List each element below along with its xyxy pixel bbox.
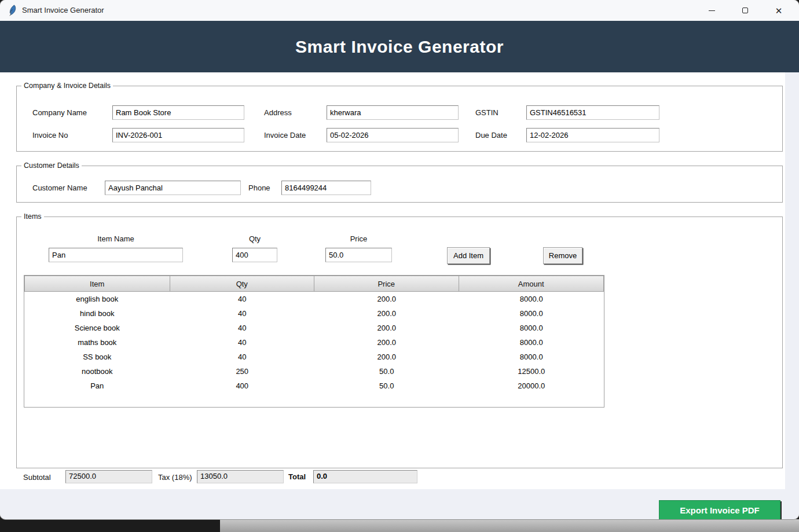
table-cell: nootbook (24, 364, 170, 379)
table-row[interactable]: SS book40200.08000.0 (24, 350, 604, 364)
table-cell: 40 (170, 350, 315, 364)
python-feather-icon (8, 5, 17, 16)
table-row[interactable]: Pan40050.020000.0 (24, 379, 604, 393)
table-row[interactable]: english book40200.08000.0 (24, 292, 604, 306)
items-table-body: english book40200.08000.0hindi book40200… (24, 292, 604, 393)
invoice-date-input[interactable] (327, 128, 459, 142)
desktop-taskbar-strip (220, 519, 799, 532)
table-cell: 200.0 (314, 292, 459, 306)
items-table-header: Item Qty Price Amount (24, 276, 604, 292)
tax-field: 13050.0 (197, 470, 284, 483)
add-item-button[interactable]: Add Item (447, 247, 490, 264)
address-label: Address (264, 108, 292, 117)
price-input[interactable] (325, 248, 392, 262)
subtotal-label: Subtotal (23, 473, 51, 482)
invoice-no-input[interactable] (112, 128, 244, 142)
window-controls: ✕ (695, 0, 796, 21)
tax-label: Tax (18%) (158, 473, 192, 482)
table-cell: 20000.0 (459, 379, 604, 393)
invoice-no-label: Invoice No (32, 131, 68, 140)
gstin-label: GSTIN (475, 108, 499, 117)
remove-button[interactable]: Remove (543, 247, 582, 264)
table-cell: SS book (24, 350, 170, 364)
maximize-icon (742, 8, 748, 13)
window-title: Smart Invoice Generator (22, 6, 104, 14)
table-cell: 250 (170, 364, 315, 379)
invoice-date-label: Invoice Date (264, 131, 306, 140)
titlebar: Smart Invoice Generator ✕ (0, 0, 799, 21)
close-icon: ✕ (775, 6, 783, 15)
export-invoice-pdf-button[interactable]: Export Invoice PDF (659, 500, 780, 519)
table-cell: Science book (24, 321, 170, 335)
table-cell: 8000.0 (459, 292, 604, 306)
table-cell: english book (24, 292, 170, 306)
company-name-input[interactable] (112, 105, 244, 120)
table-header-item[interactable]: Item (24, 276, 170, 292)
window-body: Company & Invoice Details Company Name A… (0, 72, 799, 519)
subtotal-field: 72500.0 (65, 470, 152, 483)
table-cell: 40 (170, 321, 315, 335)
minimize-icon (709, 10, 715, 11)
total-label: Total (288, 472, 306, 481)
gstin-input[interactable] (526, 105, 659, 120)
items-table: Item Qty Price Amount english book40200.… (24, 275, 604, 408)
table-cell: 40 (170, 306, 315, 321)
table-cell: 40 (170, 335, 315, 350)
company-name-label: Company Name (32, 108, 87, 117)
table-header-price[interactable]: Price (314, 276, 459, 292)
table-row[interactable]: nootbook25050.012500.0 (24, 364, 604, 379)
due-date-input[interactable] (526, 128, 659, 142)
minimize-button[interactable] (695, 0, 728, 21)
maximize-button[interactable] (728, 0, 762, 21)
table-row[interactable]: Science book40200.08000.0 (24, 321, 604, 335)
item-name-input[interactable] (49, 248, 183, 262)
content-panel: Company & Invoice Details Company Name A… (0, 72, 785, 489)
customer-groupbox-legend: Customer Details (21, 162, 82, 170)
company-groupbox-legend: Company & Invoice Details (21, 82, 113, 90)
phone-input[interactable] (281, 181, 371, 195)
table-row[interactable]: hindi book40200.08000.0 (24, 306, 604, 321)
item-name-column-label: Item Name (49, 234, 183, 243)
qty-input[interactable] (232, 248, 277, 262)
items-groupbox: Items Item Name Qty Price Add Item Remov… (16, 217, 783, 468)
table-cell: 50.0 (314, 364, 459, 379)
table-cell: 200.0 (314, 350, 459, 364)
address-input[interactable] (327, 105, 459, 120)
customer-name-input[interactable] (105, 181, 241, 195)
page-title: Smart Invoice Generator (295, 37, 504, 57)
table-cell: 200.0 (314, 306, 459, 321)
table-cell: 12500.0 (459, 364, 604, 379)
qty-column-label: Qty (232, 234, 277, 243)
customer-details-groupbox: Customer Details Customer Name Phone (16, 166, 783, 203)
customer-name-label: Customer Name (32, 184, 87, 192)
table-cell: 200.0 (314, 321, 459, 335)
table-header-amount[interactable]: Amount (459, 276, 604, 292)
table-row[interactable]: maths book40200.08000.0 (24, 335, 604, 350)
phone-label: Phone (248, 184, 270, 192)
company-details-groupbox: Company & Invoice Details Company Name A… (16, 86, 783, 152)
app-window: Smart Invoice Generator ✕ Smart Invoice … (0, 0, 799, 519)
items-groupbox-legend: Items (21, 212, 44, 221)
table-cell: hindi book (24, 306, 170, 321)
close-button[interactable]: ✕ (762, 0, 796, 21)
due-date-label: Due Date (475, 131, 507, 140)
table-cell: 400 (170, 379, 315, 393)
table-cell: 8000.0 (459, 335, 604, 350)
total-field: 0.0 (313, 470, 417, 483)
table-cell: 200.0 (314, 335, 459, 350)
table-cell: 50.0 (314, 379, 459, 393)
table-cell: Pan (24, 379, 170, 393)
price-column-label: Price (325, 234, 392, 243)
table-header-qty[interactable]: Qty (170, 276, 315, 292)
table-cell: 40 (170, 292, 315, 306)
table-cell: 8000.0 (459, 321, 604, 335)
table-cell: 8000.0 (459, 350, 604, 364)
table-cell: maths book (24, 335, 170, 350)
table-cell: 8000.0 (459, 306, 604, 321)
app-banner: Smart Invoice Generator (0, 21, 799, 72)
